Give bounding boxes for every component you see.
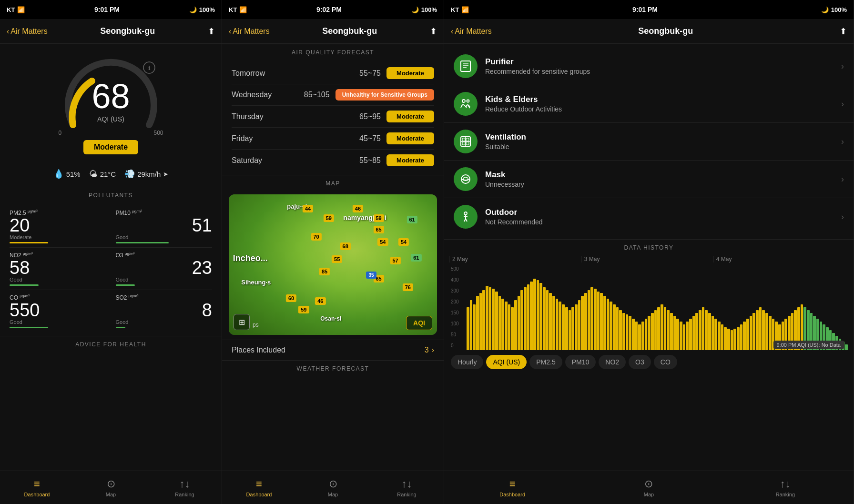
advice-outdoor[interactable]: Outdoor Not Recommended › bbox=[444, 198, 854, 235]
forecast-range-2: 65~95 bbox=[289, 112, 381, 121]
forecast-day-2: Thursday bbox=[232, 112, 289, 121]
chart-bar-65 bbox=[673, 316, 676, 350]
carrier-3: KT bbox=[451, 6, 459, 13]
purifier-subtitle: Recommended for sensitive groups bbox=[485, 68, 841, 75]
battery-1: 100% bbox=[199, 6, 215, 13]
map-label-incheon: Incheo... bbox=[233, 253, 268, 263]
tab-o3[interactable]: O3 bbox=[629, 355, 651, 369]
nav-map-1[interactable]: ⊙ Map bbox=[74, 478, 148, 497]
ranking-label-3: Ranking bbox=[776, 492, 795, 497]
tab-no2[interactable]: NO2 bbox=[599, 355, 626, 369]
nav-ranking-2[interactable]: ↑↓ Ranking bbox=[370, 478, 444, 497]
date-2may: 2 May bbox=[449, 256, 581, 262]
map-pin-57: 57 bbox=[390, 257, 400, 264]
chart-bar-68 bbox=[683, 324, 686, 350]
places-count[interactable]: 3 › bbox=[425, 346, 434, 354]
forecast-day-0: Tomorrow bbox=[232, 69, 289, 78]
battery-2: 100% bbox=[421, 6, 437, 13]
chart-bar-28 bbox=[556, 299, 559, 350]
moon-icon-1: 🌙 bbox=[189, 6, 197, 13]
pollutant-no2: NO2 μg/m³ 58 Good bbox=[10, 252, 106, 286]
map-pin-85: 85 bbox=[319, 268, 330, 275]
kids-elders-subtitle: Reduce Outdoor Activities bbox=[485, 105, 841, 113]
map-pin-54b: 54 bbox=[398, 238, 409, 246]
outdoor-title: Outdoor bbox=[485, 208, 841, 217]
back-button-3[interactable]: ‹ Air Matters bbox=[451, 27, 492, 36]
advice-kids-elders[interactable]: Kids & Elders Reduce Outdoor Activities … bbox=[444, 85, 854, 123]
share-button-1[interactable]: ⬆ bbox=[208, 26, 215, 37]
map-overlay: Incheo... namyangju-si Siheung·s Osan-si… bbox=[229, 194, 437, 335]
map-pin-59a: 59 bbox=[324, 214, 334, 222]
chart-bar-56 bbox=[645, 319, 648, 350]
map-pin-61b: 61 bbox=[411, 254, 421, 262]
o3-value: 23 bbox=[116, 259, 213, 277]
page-title-2: Seongbuk-gu bbox=[274, 26, 426, 36]
forecast-range-4: 55~85 bbox=[289, 156, 381, 165]
nav-ranking-3[interactable]: ↑↓ Ranking bbox=[717, 478, 854, 497]
back-button-1[interactable]: ‹ Air Matters bbox=[7, 27, 48, 36]
nav-map-3[interactable]: ⊙ Map bbox=[580, 478, 717, 497]
status-left-3: KT 📶 bbox=[451, 6, 469, 13]
nav-dashboard-3[interactable]: ≡ Dashboard bbox=[444, 478, 580, 497]
share-button-2[interactable]: ⬆ bbox=[430, 26, 437, 37]
mask-icon bbox=[454, 167, 478, 191]
y-label-300: 300 bbox=[451, 288, 464, 293]
svg-line-22 bbox=[466, 219, 467, 222]
places-count-value: 3 bbox=[425, 346, 429, 354]
forecast-range-3: 45~75 bbox=[289, 134, 381, 143]
kids-elders-chevron-icon: › bbox=[841, 99, 844, 109]
back-button-2[interactable]: ‹ Air Matters bbox=[229, 27, 270, 36]
map-label-osan: Osan-si bbox=[320, 315, 341, 322]
panel-advice: KT 📶 9:01 PM 🌙 100% ‹ Air Matters Seongb… bbox=[444, 0, 854, 504]
temp-item: 🌤 21°C bbox=[89, 169, 116, 179]
chart-bar-44 bbox=[607, 299, 610, 350]
advice-purifier[interactable]: Purifier Recommended for sensitive group… bbox=[444, 48, 854, 85]
svg-rect-15 bbox=[466, 142, 469, 145]
status-right-1: 🌙 100% bbox=[189, 6, 215, 13]
wifi-icon-2: 📶 bbox=[239, 6, 247, 13]
svg-point-7 bbox=[467, 100, 469, 102]
advice-ventilation[interactable]: Ventilation Suitable › bbox=[444, 123, 854, 161]
chart-bar-54 bbox=[638, 324, 641, 350]
nav-dashboard-1[interactable]: ≡ Dashboard bbox=[0, 478, 74, 497]
map-layer-button[interactable]: ⊞ bbox=[234, 314, 250, 330]
tab-hourly[interactable]: Hourly bbox=[451, 355, 483, 369]
svg-rect-12 bbox=[462, 138, 465, 141]
time-2: 9:02 PM bbox=[316, 6, 342, 13]
status-bar-2: KT 📶 9:02 PM 🌙 100% bbox=[222, 0, 444, 19]
chart-bar-80 bbox=[721, 324, 724, 350]
wind-direction-icon: ➤ bbox=[163, 171, 168, 178]
map-aqi-button[interactable]: AQI bbox=[406, 316, 432, 330]
chart-bar-23 bbox=[539, 283, 542, 350]
tab-pm25[interactable]: PM2.5 bbox=[529, 355, 562, 369]
advice-mask[interactable]: Mask Unnecessary › bbox=[444, 161, 854, 198]
svg-rect-14 bbox=[462, 142, 465, 145]
no2-value: 58 bbox=[10, 259, 106, 277]
chevron-left-icon-2: ‹ bbox=[229, 27, 231, 36]
chart-bar-78 bbox=[714, 319, 717, 350]
forecast-header: AIR QUALITY FORECAST bbox=[222, 44, 444, 59]
nav-map-2[interactable]: ⊙ Map bbox=[296, 478, 370, 497]
chart-tooltip: 9:00 PM AQI (US): No Data bbox=[773, 341, 844, 349]
places-chevron-icon: › bbox=[432, 346, 434, 354]
pollutant-row-co-so2: CO μg/m³ 550 Good SO2 μg/m³ 8 Good bbox=[10, 290, 212, 332]
tab-aqi-us[interactable]: AQI (US) bbox=[486, 355, 527, 369]
ranking-icon-2: ↑↓ bbox=[402, 478, 412, 490]
tab-co[interactable]: CO bbox=[654, 355, 677, 369]
chart-bar-86 bbox=[740, 324, 743, 350]
tab-pm10[interactable]: PM10 bbox=[565, 355, 596, 369]
chart-bar-37 bbox=[584, 293, 587, 350]
chart-bar-66 bbox=[676, 319, 679, 350]
nav-ranking-1[interactable]: ↑↓ Ranking bbox=[148, 478, 222, 497]
svg-rect-2 bbox=[461, 61, 470, 71]
chart-bar-14 bbox=[511, 307, 514, 350]
co-value: 550 bbox=[10, 301, 106, 319]
map-pin-55: 55 bbox=[332, 255, 342, 263]
back-label-3: Air Matters bbox=[455, 27, 491, 36]
share-button-3[interactable]: ⬆ bbox=[840, 26, 847, 37]
y-label-0: 0 bbox=[451, 343, 464, 348]
ventilation-text: Ventilation Suitable bbox=[485, 132, 841, 151]
nav-dashboard-2[interactable]: ≡ Dashboard bbox=[222, 478, 296, 497]
dashboard-icon-3: ≡ bbox=[509, 478, 516, 490]
status-bar-3: KT 📶 9:01 PM 🌙 100% bbox=[444, 0, 854, 19]
